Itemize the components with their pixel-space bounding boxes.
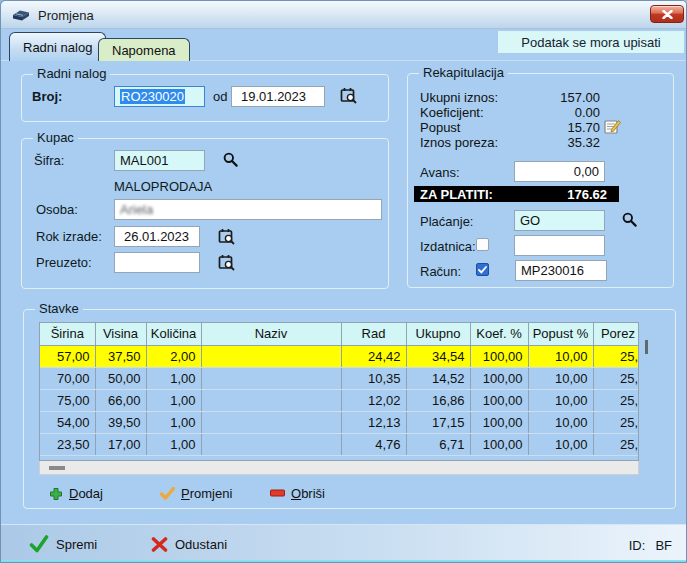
od-date-picker-button[interactable] [340,87,357,104]
col-kolicina[interactable]: Količina [146,323,201,345]
table-cell: 12,02 [341,389,406,411]
table-cell: 70,00 [40,367,95,389]
za-platiti-value: 176.62 [567,187,607,202]
table-cell: 1,00 [146,389,201,411]
popust-edit-button[interactable] [604,119,621,134]
close-button[interactable] [650,5,684,23]
placanje-search-button[interactable] [622,212,637,227]
preuzeto-label: Preuzeto: [36,255,92,270]
izdatnica-input[interactable] [514,235,605,256]
calendar-picker-icon [218,254,235,271]
avans-label: Avans: [420,165,460,180]
table-cell: 100,00 [470,389,528,411]
table-row[interactable]: 23,5017,001,004,766,71100,0010,0025,00 [40,433,639,455]
table-cell: 37,50 [95,345,146,367]
col-sirina[interactable]: Širina [40,323,95,345]
racun-input[interactable]: MP230016 [515,260,607,281]
izdatnica-checkbox[interactable] [476,238,489,251]
table-cell: 100,00 [470,345,528,367]
spremi-button[interactable]: Spremi [29,534,97,554]
od-date-input[interactable]: 19.01.2023 [231,86,325,107]
table-row[interactable]: 75,0066,001,0012,0216,86100,0010,0025,00 [40,389,639,411]
horizontal-scrollbar[interactable] [39,461,639,475]
table-cell: 25,00 [593,433,639,455]
col-porez[interactable]: Porez % [593,323,639,345]
table-cell: 1,00 [146,411,201,433]
tab-label: Napomena [112,43,176,58]
osoba-input[interactable]: Ariela [114,199,382,220]
rok-izrade-input[interactable]: 26.01.2023 [114,226,200,247]
vertical-scrollbar[interactable] [645,340,648,354]
tab-label: Radni nalog [23,40,92,55]
table-cell: 100,00 [470,367,528,389]
broj-input[interactable]: RO230020 [114,86,205,107]
id-value: BF [655,538,672,553]
preuzeto-input[interactable] [114,252,200,273]
footer-bar: Spremi Odustani ID: BF [1,524,687,563]
scrollbar-thumb[interactable] [49,466,65,470]
stavke-table: Širina Visina Količina Naziv Rad Ukupno … [39,322,639,461]
table-cell: 66,00 [95,389,146,411]
preuzeto-date-picker-button[interactable] [218,254,235,271]
cancel-x-icon [151,537,168,552]
obrisi-button[interactable]: Obriši [270,485,325,502]
kupac-name-text: MALOPRODAJA [114,179,212,194]
col-naziv[interactable]: Naziv [201,323,341,345]
sifra-value: MAL001 [120,153,168,168]
odustani-button[interactable]: Odustani [151,534,227,554]
summary-value: 15.70 [508,120,600,135]
rok-izrade-value: 26.01.2023 [124,229,189,244]
tab-napomena[interactable]: Napomena [98,38,190,61]
avans-input[interactable]: 0,00 [514,161,605,182]
sifra-input[interactable]: MAL001 [114,150,205,171]
racun-label: Račun: [420,264,461,279]
table-cell: 12,13 [341,411,406,433]
table-cell: 75,00 [40,389,95,411]
summary-row: Popust 15.70 [408,120,673,135]
osoba-value: Ariela [120,202,153,217]
od-label: od [213,89,227,104]
racun-checkbox[interactable] [476,263,489,276]
osoba-label: Osoba: [36,202,78,217]
col-popust[interactable]: Popust % [528,323,593,345]
stavke-table-body: 57,0037,502,0024,4234,54100,0010,0025,00… [40,345,639,455]
search-icon [223,152,238,167]
close-icon [662,10,673,19]
col-rad[interactable]: Rad [341,323,406,345]
checkmark-icon [478,266,487,274]
col-ukupno[interactable]: Ukupno [406,323,470,345]
table-cell: 39,50 [95,411,146,433]
group-title: Stavke [35,301,83,316]
table-cell [201,411,341,433]
placanje-input[interactable]: GO [514,210,605,231]
table-cell: 17,00 [95,433,146,455]
col-visina[interactable]: Visina [95,323,146,345]
calendar-picker-icon [340,87,357,104]
za-platiti-bar: ZA PLATITI: 176.62 [414,186,619,202]
table-row[interactable]: 70,0050,001,0010,3514,52100,0010,0025,00 [40,367,639,389]
table-cell [201,433,341,455]
table-row[interactable]: 54,0039,501,0012,1317,15100,0010,0025,00 [40,411,639,433]
col-koef[interactable]: Koef. % [470,323,528,345]
promjeni-button[interactable]: Promjeni [160,485,232,502]
tab-radni-nalog[interactable]: Radni nalog [9,32,106,61]
table-cell: 25,00 [593,345,639,367]
table-cell: 24,42 [341,345,406,367]
table-cell: 14,52 [406,367,470,389]
dodaj-button[interactable]: Dodaj [49,485,103,502]
broj-label: Broj: [32,89,62,104]
table-cell: 10,35 [341,367,406,389]
summary-value: 0.00 [508,105,600,120]
group-title: Radni nalog [33,66,110,81]
table-cell: 34,54 [406,345,470,367]
rok-date-picker-button[interactable] [218,228,235,245]
table-row[interactable]: 57,0037,502,0024,4234,54100,0010,0025,00 [40,345,639,367]
table-header-row: Širina Visina Količina Naziv Rad Ukupno … [40,323,639,345]
session-id: ID: BF [629,538,672,553]
summary-row: Iznos poreza: 35.32 [408,135,673,150]
plus-icon [49,487,63,501]
table-cell: 10,00 [528,367,593,389]
id-label: ID: [629,538,646,553]
sifra-search-button[interactable] [223,152,238,167]
search-icon [622,212,637,227]
